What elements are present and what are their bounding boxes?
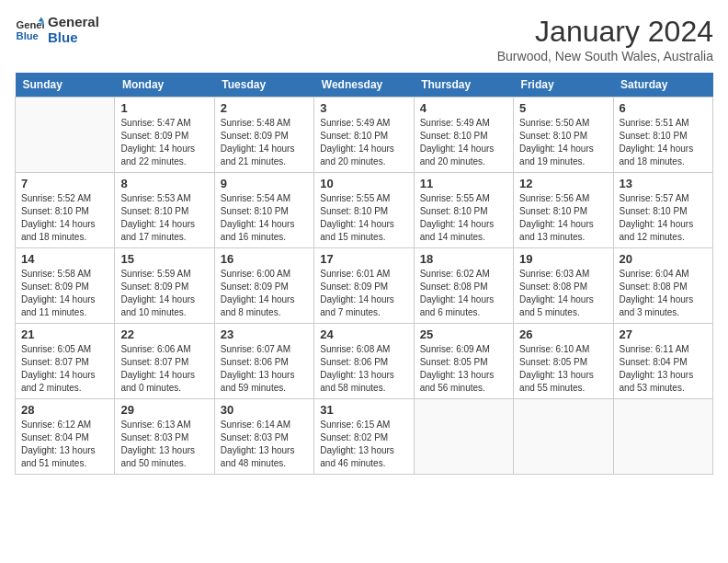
header-friday: Friday — [514, 73, 613, 98]
day-cell: 5Sunrise: 5:50 AM Sunset: 8:10 PM Daylig… — [514, 98, 613, 173]
day-info: Sunrise: 5:55 AM Sunset: 8:10 PM Dayligh… — [320, 192, 407, 244]
day-info: Sunrise: 5:58 AM Sunset: 8:09 PM Dayligh… — [21, 268, 108, 319]
day-info: Sunrise: 5:51 AM Sunset: 8:10 PM Dayligh… — [620, 117, 707, 168]
day-info: Sunrise: 5:47 AM Sunset: 8:09 PM Dayligh… — [120, 117, 208, 168]
day-cell: 27Sunrise: 6:11 AM Sunset: 8:04 PM Dayli… — [613, 324, 712, 399]
day-info: Sunrise: 5:52 AM Sunset: 8:10 PM Dayligh… — [21, 192, 108, 244]
day-number: 21 — [21, 327, 108, 341]
day-cell: 30Sunrise: 6:14 AM Sunset: 8:03 PM Dayli… — [214, 399, 313, 475]
day-number: 30 — [221, 403, 308, 417]
header-monday: Monday — [115, 73, 214, 98]
week-row-3: 14Sunrise: 5:58 AM Sunset: 8:09 PM Dayli… — [16, 248, 713, 324]
day-number: 31 — [320, 403, 407, 417]
day-cell: 1Sunrise: 5:47 AM Sunset: 8:09 PM Daylig… — [115, 98, 214, 173]
header-tuesday: Tuesday — [214, 73, 313, 98]
day-cell: 21Sunrise: 6:05 AM Sunset: 8:07 PM Dayli… — [16, 324, 115, 399]
day-cell: 17Sunrise: 6:01 AM Sunset: 8:09 PM Dayli… — [314, 248, 414, 324]
page-header: General Blue General Blue January 2024 B… — [15, 15, 713, 63]
day-info: Sunrise: 6:10 AM Sunset: 8:05 PM Dayligh… — [519, 343, 607, 395]
day-number: 14 — [21, 252, 108, 266]
day-cell: 23Sunrise: 6:07 AM Sunset: 8:06 PM Dayli… — [214, 324, 313, 399]
logo: General Blue General Blue — [15, 15, 99, 45]
day-info: Sunrise: 6:04 AM Sunset: 8:08 PM Dayligh… — [620, 268, 707, 319]
day-number: 5 — [519, 101, 607, 115]
day-number: 26 — [519, 327, 607, 341]
day-number: 20 — [620, 252, 707, 266]
day-cell: 14Sunrise: 5:58 AM Sunset: 8:09 PM Dayli… — [16, 248, 115, 324]
day-cell — [16, 98, 115, 173]
day-number: 16 — [221, 252, 308, 266]
day-number: 15 — [120, 252, 208, 266]
day-info: Sunrise: 6:07 AM Sunset: 8:06 PM Dayligh… — [221, 343, 308, 395]
day-number: 8 — [120, 177, 208, 190]
day-info: Sunrise: 6:08 AM Sunset: 8:06 PM Dayligh… — [320, 343, 407, 395]
day-cell: 12Sunrise: 5:56 AM Sunset: 8:10 PM Dayli… — [514, 173, 613, 248]
day-cell — [613, 399, 712, 475]
logo-text-line1: General — [48, 15, 99, 30]
day-cell: 20Sunrise: 6:04 AM Sunset: 8:08 PM Dayli… — [613, 248, 712, 324]
day-info: Sunrise: 5:56 AM Sunset: 8:10 PM Dayligh… — [519, 192, 607, 244]
day-info: Sunrise: 5:53 AM Sunset: 8:10 PM Dayligh… — [120, 192, 208, 244]
day-info: Sunrise: 6:06 AM Sunset: 8:07 PM Dayligh… — [120, 343, 208, 395]
day-number: 2 — [221, 101, 308, 115]
day-info: Sunrise: 6:01 AM Sunset: 8:09 PM Dayligh… — [320, 268, 407, 319]
day-info: Sunrise: 5:50 AM Sunset: 8:10 PM Dayligh… — [519, 117, 607, 168]
title-block: January 2024 Burwood, New South Wales, A… — [497, 15, 713, 63]
day-number: 27 — [620, 327, 707, 341]
day-cell: 6Sunrise: 5:51 AM Sunset: 8:10 PM Daylig… — [613, 98, 712, 173]
svg-text:Blue: Blue — [17, 29, 39, 40]
day-number: 24 — [320, 327, 407, 341]
day-number: 9 — [221, 177, 308, 190]
logo-text-line2: Blue — [48, 30, 99, 46]
day-cell: 26Sunrise: 6:10 AM Sunset: 8:05 PM Dayli… — [514, 324, 613, 399]
day-cell: 3Sunrise: 5:49 AM Sunset: 8:10 PM Daylig… — [314, 98, 414, 173]
day-info: Sunrise: 6:03 AM Sunset: 8:08 PM Dayligh… — [519, 268, 607, 319]
day-info: Sunrise: 6:09 AM Sunset: 8:05 PM Dayligh… — [420, 343, 507, 395]
day-number: 11 — [420, 177, 507, 190]
day-cell: 11Sunrise: 5:55 AM Sunset: 8:10 PM Dayli… — [414, 173, 513, 248]
day-info: Sunrise: 5:55 AM Sunset: 8:10 PM Dayligh… — [420, 192, 507, 244]
logo-icon: General Blue — [15, 16, 44, 45]
day-info: Sunrise: 5:49 AM Sunset: 8:10 PM Dayligh… — [320, 117, 407, 168]
day-number: 25 — [420, 327, 507, 341]
header-sunday: Sunday — [16, 73, 115, 98]
day-cell — [514, 399, 613, 475]
day-cell: 25Sunrise: 6:09 AM Sunset: 8:05 PM Dayli… — [414, 324, 513, 399]
day-number: 18 — [420, 252, 507, 266]
day-cell: 16Sunrise: 6:00 AM Sunset: 8:09 PM Dayli… — [214, 248, 313, 324]
header-row: SundayMondayTuesdayWednesdayThursdayFrid… — [16, 73, 713, 98]
calendar-title: January 2024 — [497, 15, 713, 49]
day-info: Sunrise: 5:54 AM Sunset: 8:10 PM Dayligh… — [221, 192, 308, 244]
day-info: Sunrise: 6:12 AM Sunset: 8:04 PM Dayligh… — [21, 419, 108, 470]
week-row-2: 7Sunrise: 5:52 AM Sunset: 8:10 PM Daylig… — [16, 173, 713, 248]
day-cell: 9Sunrise: 5:54 AM Sunset: 8:10 PM Daylig… — [214, 173, 313, 248]
day-info: Sunrise: 5:57 AM Sunset: 8:10 PM Dayligh… — [620, 192, 707, 244]
week-row-5: 28Sunrise: 6:12 AM Sunset: 8:04 PM Dayli… — [16, 399, 713, 475]
day-number: 13 — [620, 177, 707, 190]
day-number: 19 — [519, 252, 607, 266]
day-number: 4 — [420, 101, 507, 115]
day-info: Sunrise: 5:49 AM Sunset: 8:10 PM Dayligh… — [420, 117, 507, 168]
day-info: Sunrise: 6:11 AM Sunset: 8:04 PM Dayligh… — [620, 343, 707, 395]
day-number: 12 — [519, 177, 607, 190]
day-number: 1 — [120, 101, 208, 115]
day-info: Sunrise: 6:00 AM Sunset: 8:09 PM Dayligh… — [221, 268, 308, 319]
day-cell: 10Sunrise: 5:55 AM Sunset: 8:10 PM Dayli… — [314, 173, 414, 248]
calendar-subtitle: Burwood, New South Wales, Australia — [497, 49, 713, 63]
day-cell: 19Sunrise: 6:03 AM Sunset: 8:08 PM Dayli… — [514, 248, 613, 324]
day-number: 29 — [120, 403, 208, 417]
day-cell: 8Sunrise: 5:53 AM Sunset: 8:10 PM Daylig… — [115, 173, 214, 248]
day-number: 10 — [320, 177, 407, 190]
day-info: Sunrise: 5:48 AM Sunset: 8:09 PM Dayligh… — [221, 117, 308, 168]
day-number: 23 — [221, 327, 308, 341]
day-number: 28 — [21, 403, 108, 417]
day-cell: 24Sunrise: 6:08 AM Sunset: 8:06 PM Dayli… — [314, 324, 414, 399]
day-number: 7 — [21, 177, 108, 190]
header-thursday: Thursday — [414, 73, 513, 98]
day-cell: 7Sunrise: 5:52 AM Sunset: 8:10 PM Daylig… — [16, 173, 115, 248]
day-info: Sunrise: 5:59 AM Sunset: 8:09 PM Dayligh… — [120, 268, 208, 319]
week-row-4: 21Sunrise: 6:05 AM Sunset: 8:07 PM Dayli… — [16, 324, 713, 399]
day-cell: 29Sunrise: 6:13 AM Sunset: 8:03 PM Dayli… — [115, 399, 214, 475]
day-number: 22 — [120, 327, 208, 341]
calendar-table: SundayMondayTuesdayWednesdayThursdayFrid… — [15, 73, 713, 475]
